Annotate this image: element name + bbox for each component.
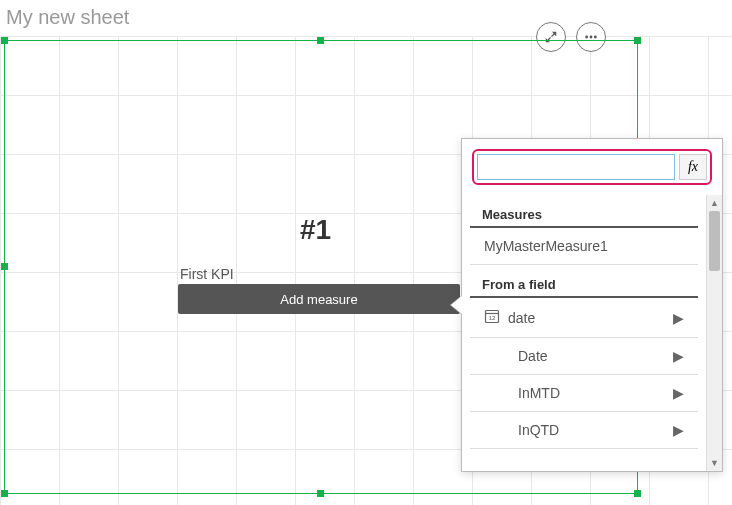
- fx-button[interactable]: fx: [679, 154, 707, 180]
- field-item-InMTD[interactable]: InMTD ▶: [470, 375, 698, 412]
- scrollbar[interactable]: ▲ ▼: [706, 195, 722, 471]
- popover-arrow: [451, 296, 462, 314]
- add-measure-button[interactable]: Add measure: [178, 284, 460, 314]
- resize-handle-bl[interactable]: [1, 490, 8, 497]
- chevron-right-icon: ▶: [673, 310, 684, 326]
- chevron-right-icon: ▶: [673, 422, 684, 438]
- scroll-up-button[interactable]: ▲: [707, 195, 722, 211]
- field-item-InQTD[interactable]: InQTD ▶: [470, 412, 698, 449]
- measure-item-label: MyMasterMeasure1: [484, 238, 608, 254]
- calendar-icon: 12: [484, 308, 500, 327]
- field-item-label: date: [508, 310, 535, 326]
- measure-popover: fx Measures MyMasterMeasure1 From a fiel…: [461, 138, 723, 472]
- resize-handle-tl[interactable]: [1, 37, 8, 44]
- measure-item[interactable]: MyMasterMeasure1: [470, 228, 698, 265]
- field-item-label: InMTD: [518, 385, 560, 401]
- field-item-label: Date: [518, 348, 548, 364]
- resize-handle-ml[interactable]: [1, 263, 8, 270]
- field-item-date[interactable]: 12 date ▶: [470, 298, 698, 338]
- section-fromfield-header: From a field: [470, 271, 698, 298]
- svg-text:12: 12: [489, 315, 496, 321]
- kpi-label: First KPI: [180, 266, 234, 282]
- search-row: fx: [472, 149, 712, 185]
- field-item-label: InQTD: [518, 422, 559, 438]
- svg-point-1: [590, 36, 593, 39]
- popover-list: Measures MyMasterMeasure1 From a field 1…: [462, 195, 722, 471]
- scroll-thumb[interactable]: [709, 211, 720, 271]
- svg-point-2: [594, 36, 597, 39]
- kpi-value: #1: [300, 214, 331, 246]
- resize-handle-br[interactable]: [634, 490, 641, 497]
- search-input[interactable]: [477, 154, 675, 180]
- field-item-Date[interactable]: Date ▶: [470, 338, 698, 375]
- sheet-title: My new sheet: [6, 6, 129, 29]
- resize-handle-tm[interactable]: [317, 37, 324, 44]
- scroll-down-button[interactable]: ▼: [707, 455, 722, 471]
- resize-handle-bm[interactable]: [317, 490, 324, 497]
- chevron-right-icon: ▶: [673, 385, 684, 401]
- resize-handle-tr[interactable]: [634, 37, 641, 44]
- chevron-right-icon: ▶: [673, 348, 684, 364]
- svg-point-0: [585, 36, 588, 39]
- section-measures-header: Measures: [470, 201, 698, 228]
